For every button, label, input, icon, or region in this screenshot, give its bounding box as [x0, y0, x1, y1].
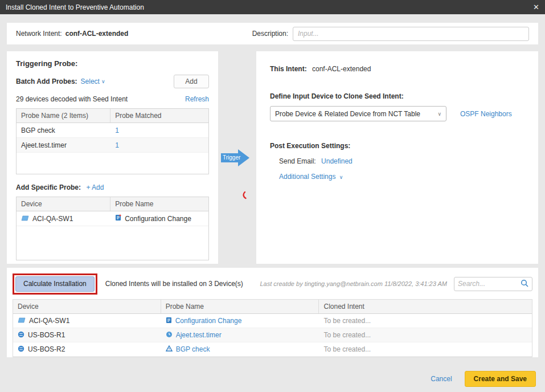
table-row[interactable]: Ajeet.test.timer 1 [17, 138, 208, 153]
search-box [454, 277, 532, 291]
close-icon[interactable]: ✕ [533, 3, 539, 11]
send-email-row: Send Email: Undefined [270, 157, 524, 165]
installation-right-controls: Last creatde by tingting.yang@netbrain.c… [260, 277, 532, 291]
clone-source-selected: Probe Device & Related Device from NCT T… [275, 110, 420, 118]
probe-matched-link[interactable]: 1 [115, 126, 119, 134]
trigger-arrow: Trigger [221, 148, 251, 168]
table-row[interactable]: BGP check 1 [17, 123, 208, 138]
additional-settings-link[interactable]: Additional Settings [279, 173, 335, 181]
probe-matched-link[interactable]: 1 [115, 141, 119, 149]
probe-name-link[interactable]: BGP check [176, 345, 210, 353]
installation-table: Device Probe Name Cloned Intent ACI-QA-S… [13, 299, 532, 357]
define-input-device-label: Define Input Device to Clone Seed Intent… [270, 92, 524, 100]
batch-add-label: Batch Add Probes: [16, 77, 77, 85]
search-input[interactable] [458, 280, 521, 288]
dialog-title: Install Cloned Intent to Preventive Auto… [6, 3, 144, 11]
add-button[interactable]: Add [174, 75, 209, 88]
probe-table-header: Probe Name (2 Items) Probe Matched [17, 109, 208, 123]
dialog-titlebar: Install Cloned Intent to Preventive Auto… [0, 0, 545, 14]
router-device-icon [18, 345, 24, 354]
specific-probe-table-header: Device Probe Name [17, 197, 208, 211]
this-intent-row: This Intent: conf-ACL-extended [270, 65, 524, 73]
cloned-intent-status: To be created... [319, 317, 532, 325]
probe-name: BGP check [17, 126, 110, 134]
this-intent-label: This Intent: [270, 65, 307, 73]
network-intent-label: Network Intent: [16, 30, 62, 38]
chevron-down-icon: ∨ [437, 111, 441, 117]
probe-name-link[interactable]: Ajeet.test.timer [176, 331, 222, 339]
probe-name: Ajeet.test.timer [17, 141, 110, 149]
decoded-text: 29 devices decoded with Seed Intent [16, 95, 128, 103]
triggering-probe-panel: Triggering Probe: Batch Add Probes: Sele… [7, 51, 218, 264]
triggering-probe-title: Triggering Probe: [16, 59, 209, 68]
router-device-icon [18, 331, 24, 340]
this-intent-panel: This Intent: conf-ACL-extended Define In… [256, 51, 538, 264]
probe-name-link[interactable]: Configuration Change [175, 317, 242, 325]
cloned-intent-status: To be created... [319, 345, 532, 353]
install-summary-text: Cloned Intents will be installed on 3 De… [105, 280, 243, 288]
ospf-neighbors-link[interactable]: OSPF Neighbors [460, 110, 512, 118]
chevron-down-icon: ∨ [339, 174, 343, 180]
refresh-link[interactable]: Refresh [185, 95, 209, 103]
add-specific-link[interactable]: + Add [86, 183, 104, 191]
calculate-installation-button[interactable]: Calculate Installation [15, 276, 95, 292]
probe-name-header: Probe Name [110, 197, 208, 211]
add-specific-row: Add Specific Probe: + Add [16, 183, 209, 191]
timer-icon [166, 331, 173, 340]
description-label: Description: [252, 30, 288, 38]
bgp-check-icon [166, 345, 173, 353]
send-email-label: Send Email: [279, 157, 316, 165]
install-cloned-intent-dialog: Install Cloned Intent to Preventive Auto… [0, 0, 545, 392]
specific-probe-table: Device Probe Name ACI-QA-SW1 Configurati… [16, 197, 209, 260]
network-intent-value: conf-ACL-extended [65, 30, 129, 38]
probe-name: Configuration Change [125, 215, 191, 223]
switch-device-icon [21, 215, 29, 223]
configuration-change-icon [166, 317, 172, 325]
cloned-intent-header: Cloned Intent [319, 300, 532, 313]
red-highlight-annotation: Calculate Installation [13, 273, 97, 295]
cloned-intent-status: To be created... [319, 331, 532, 339]
send-email-value-link[interactable]: Undefined [321, 157, 353, 165]
trigger-label: Trigger [223, 154, 240, 161]
configuration-change-icon [115, 214, 121, 223]
intent-header-bar: Network Intent: conf-ACL-extended Descri… [7, 23, 538, 44]
probe-name-header: Probe Name [161, 300, 319, 313]
description-input[interactable] [293, 27, 529, 41]
this-intent-value: conf-ACL-extended [312, 65, 371, 73]
switch-device-icon [18, 317, 26, 325]
device-name: US-BOS-R2 [28, 345, 65, 353]
device-name: US-BOS-R1 [28, 331, 65, 339]
cancel-button[interactable]: Cancel [431, 375, 452, 383]
device-header: Device [13, 300, 161, 313]
batch-add-row: Batch Add Probes: Select ∨ Add [16, 75, 209, 88]
clone-source-row: Probe Device & Related Device from NCT T… [270, 106, 524, 121]
last-created-text: Last creatde by tingting.yang@netbrain.c… [260, 280, 447, 287]
search-icon[interactable] [521, 279, 528, 289]
device-header: Device [17, 197, 110, 211]
add-specific-label: Add Specific Probe: [16, 183, 81, 191]
batch-add-select-link[interactable]: Select [81, 77, 100, 85]
table-row[interactable]: US-BOS-R2 BGP check To be created... [13, 342, 532, 357]
create-and-save-button[interactable]: Create and Save [465, 371, 536, 387]
device-name: ACI-QA-SW1 [29, 317, 69, 325]
chevron-down-icon: ∨ [101, 79, 105, 84]
probe-table-header-matched: Probe Matched [110, 109, 208, 122]
clone-source-dropdown[interactable]: Probe Device & Related Device from NCT T… [270, 106, 446, 121]
decoded-row: 29 devices decoded with Seed Intent Refr… [16, 95, 209, 103]
red-cursor-annotation [241, 191, 247, 201]
dialog-footer: Cancel Create and Save [431, 371, 536, 387]
device-name: ACI-QA-SW1 [32, 215, 73, 223]
post-execution-settings-label: Post Execution Settings: [270, 142, 524, 150]
table-row[interactable]: US-BOS-R1 Ajeet.test.timer To be created… [13, 328, 532, 342]
description-group: Description: [252, 27, 529, 41]
installation-panel: Calculate Installation Cloned Intents wi… [7, 268, 538, 357]
table-row[interactable]: ACI-QA-SW1 Configuration Change To be cr… [13, 314, 532, 328]
installation-controls: Calculate Installation Cloned Intents wi… [13, 272, 532, 295]
probe-table: Probe Name (2 Items) Probe Matched BGP c… [16, 108, 209, 174]
probe-table-header-name: Probe Name (2 Items) [17, 109, 110, 122]
table-row[interactable]: ACI-QA-SW1 Configuration Change [17, 211, 208, 226]
installation-table-header: Device Probe Name Cloned Intent [13, 300, 532, 314]
additional-settings-row: Additional Settings ∨ [270, 173, 524, 181]
